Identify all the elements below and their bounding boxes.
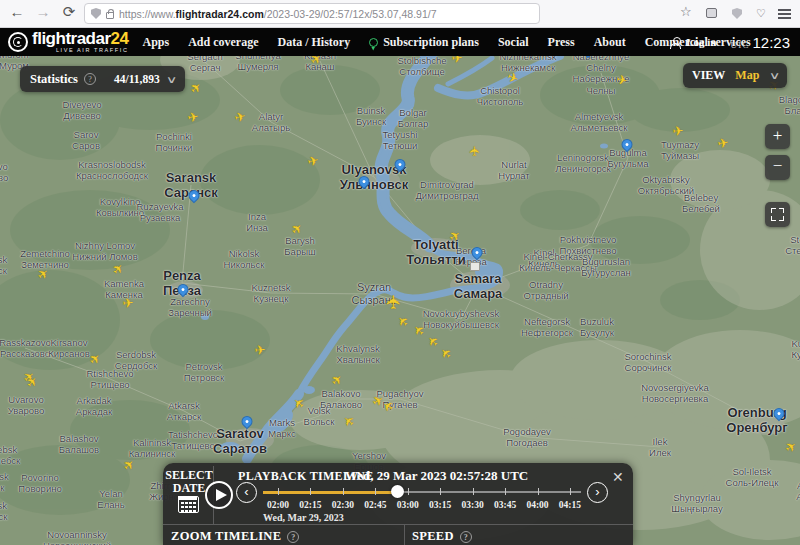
city-label-rasskazovo: RasskazovoРассказово <box>0 337 51 359</box>
city-label-atkarsk: AtkarskАткарск <box>167 400 201 422</box>
url-text[interactable]: https://www.flightradar24.com/2023-03-29… <box>119 8 437 20</box>
city-label-yelan: YelanЕлань <box>97 488 124 510</box>
award-icon <box>369 38 378 47</box>
city-label-buinsk: BuinskБуинск <box>356 105 386 127</box>
timeline-tickmark <box>505 488 506 495</box>
city-label-sterlitamak: SterlitamakСтерлитамак <box>785 234 800 256</box>
back-icon[interactable]: ← <box>6 3 28 20</box>
brand-number: 24 <box>111 29 129 48</box>
timeline-handle[interactable] <box>391 485 404 498</box>
city-label-blagoveshchensk: BlagoveshchenskБлаговещенск <box>779 94 800 116</box>
pocket-icon[interactable]: ♡ <box>756 7 766 20</box>
city-label-tatishchevo: TatishchevoТатищево <box>168 429 218 451</box>
login-button[interactable]: Log in <box>670 36 716 48</box>
chevron-down-icon[interactable]: ∨ <box>768 70 780 81</box>
city-label-sol-iletsk: Sol-IletskСоль-Илецк <box>726 466 779 488</box>
city-label-belebey: BelebeyБелебей <box>682 192 720 214</box>
city-label-ruzayevka: RuzayevkaРузаевка <box>137 201 184 223</box>
aircraft-icon[interactable]: ✈ <box>382 294 404 310</box>
zoom-out-button[interactable]: − <box>765 155 790 180</box>
city-label-inza: InzaИнза <box>246 211 268 233</box>
city-label-kuznetsk: KuznetskКузнецк <box>251 282 290 304</box>
city-label-pochinki: PochinkiПочинки <box>156 131 193 153</box>
nav-item-social[interactable]: Social <box>498 35 529 50</box>
city-label-balashov: BalashovБалашов <box>59 433 99 455</box>
help-icon[interactable]: ? <box>287 531 299 543</box>
calendar-icon[interactable] <box>178 496 199 513</box>
help-icon[interactable]: ? <box>84 73 96 85</box>
city-label-samara: SamaraСамара <box>454 271 503 302</box>
browser-shield-icon[interactable] <box>732 8 742 19</box>
city-label-kumertau: KumertauКумертау <box>791 338 800 360</box>
fr24-logo[interactable]: flightradar24 LIVE AIR TRAFFIC <box>8 30 128 54</box>
nav-menu: AppsAdd coverageData / HistorySubscripti… <box>142 35 750 50</box>
city-label-uvarovo: UvarovoУварово <box>8 394 45 416</box>
city-label-uryupinsk: UryupinskУрюпинск <box>0 500 7 522</box>
timeline-tickmark <box>343 488 344 495</box>
nav-item-subscription-plans[interactable]: Subscription plans <box>369 35 479 50</box>
timeline-tickmark <box>408 488 409 495</box>
url-bar[interactable]: https://www.flightradar24.com/2023-03-29… <box>84 3 540 24</box>
timeline-progress <box>263 491 398 494</box>
view-label: VIEW <box>692 68 725 83</box>
play-button[interactable] <box>205 481 233 509</box>
timeline-tick-label: 03:30 <box>456 500 490 510</box>
poi-thumbnail-icon[interactable] <box>470 262 480 271</box>
aircraft-icon[interactable]: ✈ <box>122 295 134 311</box>
nav-item-add-coverage[interactable]: Add coverage <box>188 35 258 50</box>
city-label-petrovsk: PetrovskПетровск <box>184 361 225 383</box>
step-back-button[interactable]: ‹ <box>236 482 257 503</box>
city-label-neftegorsk: NeftegorskНефтегорск <box>521 316 573 338</box>
nav-item-data-history[interactable]: Data / History <box>278 35 351 50</box>
aircraft-icon[interactable]: ✈ <box>186 109 199 126</box>
aircraft-icon[interactable]: ✈ <box>451 56 463 66</box>
aircraft-icon[interactable]: ✈ <box>716 135 729 152</box>
playback-date-label: Wed, Mar 29, 2023 <box>263 512 344 523</box>
city-label-tuymazy: TuymazyТуймазы <box>661 139 699 161</box>
forward-icon[interactable]: → <box>32 3 54 20</box>
utc-label: UTC <box>730 40 748 50</box>
view-selector[interactable]: VIEW Map ∨ <box>683 63 787 88</box>
lock-icon <box>106 12 114 19</box>
city-label-saratov: SaratovСаратов <box>213 426 267 457</box>
person-icon <box>670 37 681 48</box>
city-label-buzuluk: BuzulukБузулук <box>580 316 614 338</box>
city-label-krasnoslobodsk: KrasnoslobodskКраснослободск <box>76 159 148 181</box>
flightradar24-playback-window: ← → ⟳ https://www.flightradar24.com/2023… <box>0 0 800 545</box>
timeline-tick-label: 03:15 <box>423 500 457 510</box>
timeline-tickmark <box>440 488 441 495</box>
city-label-buguruslan: BuguruslanБугуруслан <box>581 256 631 278</box>
browser-toolbar: ← → ⟳ https://www.flightradar24.com/2023… <box>0 0 800 28</box>
help-icon[interactable]: ? <box>460 531 472 543</box>
aircraft-icon[interactable]: ✈ <box>672 123 684 139</box>
menu-icon[interactable] <box>778 9 791 11</box>
close-icon[interactable]: ✕ <box>612 469 624 485</box>
fullscreen-icon <box>771 208 784 221</box>
city-label-kirsanov: KirsanovКирсанов <box>48 337 90 359</box>
aircraft-icon[interactable]: ✈ <box>467 146 482 157</box>
bookmark-star-icon[interactable]: ☆ <box>680 4 692 19</box>
city-label-zarechny: ZarechnyЗаречный <box>168 296 212 318</box>
city-label-diveyevo: DiveyevoДивеево <box>62 99 101 121</box>
extension-icon[interactable] <box>706 8 717 18</box>
step-forward-button[interactable]: › <box>587 482 608 503</box>
city-label-chistopol: ChistopolЧистополь <box>477 85 524 107</box>
timeline-tickmark <box>375 488 376 495</box>
chevron-down-icon[interactable]: ∨ <box>165 74 177 85</box>
city-label-khvalynsk: KhvalynskХвалынск <box>336 343 379 365</box>
nav-item-about[interactable]: About <box>594 35 626 50</box>
clock-time: 12:23 <box>752 34 790 51</box>
brand-tagline: LIVE AIR TRAFFIC <box>32 48 128 54</box>
zoom-in-button[interactable]: + <box>765 124 790 149</box>
nav-item-press[interactable]: Press <box>548 35 575 50</box>
aircraft-icon[interactable]: ✈ <box>254 342 266 358</box>
nav-item-apps[interactable]: Apps <box>142 35 169 50</box>
tracking-shield-icon[interactable] <box>91 8 101 19</box>
city-label-otradny: OtradnyОтрадный <box>523 279 568 301</box>
city-label-stolbishche: StolbishcheСтолбище <box>397 56 446 77</box>
city-label-povorino: PovorinoПоворино <box>18 472 61 494</box>
statistics-panel[interactable]: Statistics ? 44/11,893 ∨ <box>20 66 185 92</box>
reload-icon[interactable]: ⟳ <box>58 3 80 21</box>
city-label-tetyushi: TetyushiТетюши <box>383 129 418 151</box>
fullscreen-button[interactable] <box>765 202 790 227</box>
